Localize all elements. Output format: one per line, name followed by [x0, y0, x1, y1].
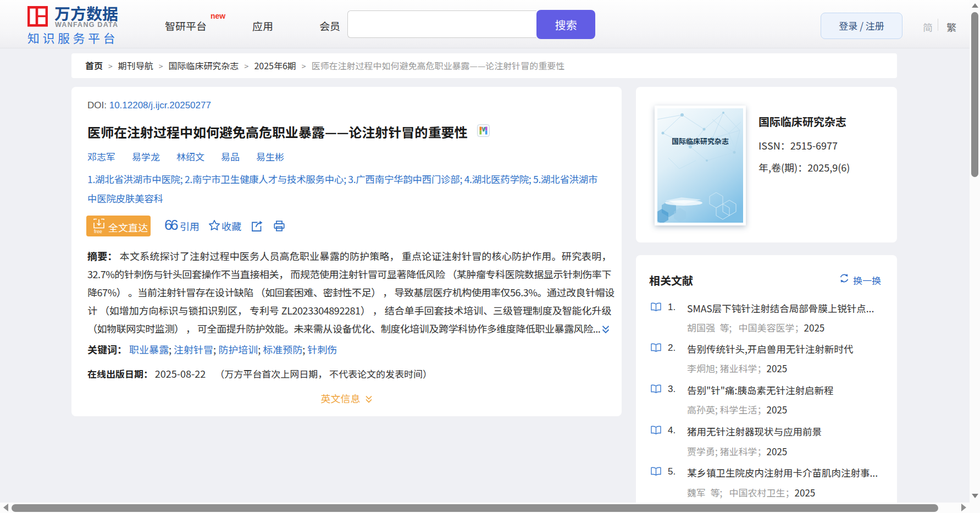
svg-text:free: free [94, 229, 102, 234]
